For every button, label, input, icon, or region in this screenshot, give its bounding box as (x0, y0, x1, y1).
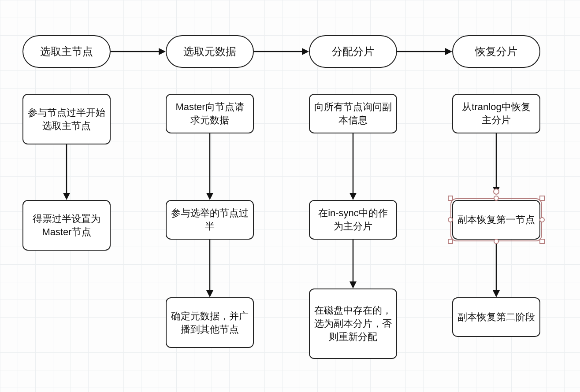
node-text: 确定元数据，并广播到其他节点 (171, 310, 249, 336)
svg-marker-11 (349, 193, 357, 200)
svg-marker-9 (302, 48, 309, 55)
diagram-canvas[interactable]: 选取主节点 参与节点过半开始选取主节点 得票过半设置为Master节点 选取元数… (0, 0, 580, 392)
svg-marker-15 (445, 48, 452, 55)
node-c4-s3[interactable]: 副本恢复第二阶段 (452, 297, 540, 337)
connection-port-icon[interactable] (493, 189, 499, 195)
node-text: 副本恢复第二阶段 (457, 311, 535, 324)
node-c3-s1[interactable]: 向所有节点询问副本信息 (309, 94, 397, 133)
node-c1-s2[interactable]: 得票过半设置为Master节点 (22, 200, 111, 251)
svg-marker-7 (206, 290, 213, 297)
header-col3[interactable]: 分配分片 (309, 35, 397, 68)
node-c1-s1[interactable]: 参与节点过半开始选取主节点 (22, 94, 111, 144)
node-c2-s3[interactable]: 确定元数据，并广播到其他节点 (166, 297, 254, 348)
node-text: 在磁盘中存在的，选为副本分片，否则重新分配 (314, 304, 392, 343)
header-col4[interactable]: 恢复分片 (452, 35, 540, 68)
header-label: 分配分片 (332, 44, 374, 59)
node-text: 在in-sync中的作为主分片 (314, 207, 392, 233)
header-col2[interactable]: 选取元数据 (166, 35, 254, 68)
header-label: 恢复分片 (475, 44, 517, 59)
node-text: 向所有节点询问副本信息 (314, 100, 392, 126)
header-label: 选取元数据 (183, 44, 236, 59)
svg-marker-13 (349, 281, 357, 288)
svg-marker-17 (493, 187, 500, 194)
resize-handle-ne[interactable] (539, 196, 545, 201)
node-text: Master向节点请求元数据 (171, 100, 249, 126)
node-text: 副本恢复第一节点 (457, 213, 535, 226)
node-c3-s3[interactable]: 在磁盘中存在的，选为副本分片，否则重新分配 (309, 288, 397, 359)
resize-handle-sw[interactable] (448, 239, 453, 244)
resize-handle-nw[interactable] (448, 196, 453, 201)
node-c3-s2[interactable]: 在in-sync中的作为主分片 (309, 200, 397, 240)
svg-marker-1 (63, 193, 70, 200)
node-text: 参与节点过半开始选取主节点 (28, 106, 105, 132)
node-text: 得票过半设置为Master节点 (28, 212, 105, 238)
node-c4-s1[interactable]: 从tranlog中恢复主分片 (452, 94, 540, 133)
node-text: 从tranlog中恢复主分片 (457, 100, 535, 126)
node-c2-s2[interactable]: 参与选举的节点过半 (166, 200, 254, 240)
resize-handle-se[interactable] (539, 239, 545, 244)
header-col1[interactable]: 选取主节点 (22, 35, 111, 68)
node-c4-s2[interactable]: 副本恢复第一节点 (452, 200, 540, 240)
svg-marker-19 (493, 290, 500, 297)
node-text: 参与选举的节点过半 (171, 207, 249, 233)
svg-marker-3 (159, 48, 166, 55)
header-label: 选取主节点 (40, 44, 93, 59)
svg-marker-5 (206, 193, 213, 200)
node-c2-s1[interactable]: Master向节点请求元数据 (166, 94, 254, 133)
